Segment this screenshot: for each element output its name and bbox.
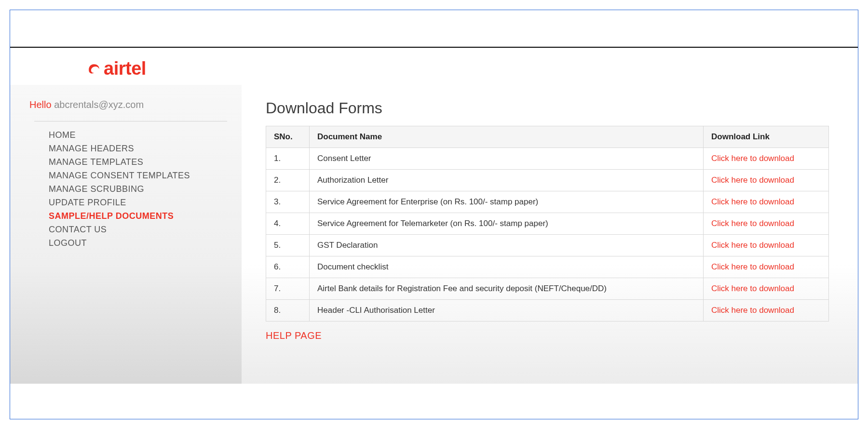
cell-sno: 3. [266,191,310,213]
table-row: 3.Service Agreement for Enterprise (on R… [266,191,829,213]
table-row: 7.Airtel Bank details for Registration F… [266,278,829,300]
sidebar: Hello abcrentals@xyz.com HOMEMANAGE HEAD… [10,85,242,384]
main-content: Download Forms SNo. Document Name Downlo… [242,85,858,384]
table-row: 2.Authorization LetterClick here to down… [266,170,829,191]
cell-download: Click here to download [704,256,829,278]
greeting: Hello abcrentals@xyz.com [29,99,242,110]
cell-sno: 8. [266,300,310,322]
sidebar-item-logout[interactable]: LOGOUT [49,238,242,248]
page-title: Download Forms [266,99,829,117]
cell-download: Click here to download [704,300,829,322]
cell-doc-name: Document checklist [310,256,704,278]
cell-sno: 1. [266,148,310,170]
sidebar-item-manage-headers[interactable]: MANAGE HEADERS [49,144,242,154]
cell-doc-name: Service Agreement for Telemarketer (on R… [310,213,704,235]
table-row: 1.Consent LetterClick here to download [266,148,829,170]
cell-doc-name: Consent Letter [310,148,704,170]
cell-download: Click here to download [704,235,829,256]
sidebar-item-home[interactable]: HOME [49,130,242,140]
sidebar-item-manage-scrubbing[interactable]: MANAGE SCRUBBING [49,184,242,194]
greeting-prefix: Hello [29,99,52,110]
sidebar-nav: HOMEMANAGE HEADERSMANAGE TEMPLATESMANAGE… [29,130,242,248]
cell-download: Click here to download [704,213,829,235]
brand-logo-text: airtel [104,58,146,79]
col-header-sno: SNo. [266,126,310,148]
download-link[interactable]: Click here to download [711,262,794,271]
cell-download: Click here to download [704,148,829,170]
cell-sno: 2. [266,170,310,191]
body-split: Hello abcrentals@xyz.com HOMEMANAGE HEAD… [10,85,858,384]
sidebar-item-manage-templates[interactable]: MANAGE TEMPLATES [49,157,242,167]
cell-doc-name: GST Declaration [310,235,704,256]
download-link[interactable]: Click here to download [711,197,794,206]
cell-doc-name: Service Agreement for Enterprise (on Rs.… [310,191,704,213]
cell-sno: 4. [266,213,310,235]
download-link[interactable]: Click here to download [711,154,794,163]
sidebar-item-contact-us[interactable]: CONTACT US [49,225,242,235]
cell-download: Click here to download [704,170,829,191]
table-row: 6.Document checklistClick here to downlo… [266,256,829,278]
cell-sno: 5. [266,235,310,256]
cell-doc-name: Authorization Letter [310,170,704,191]
table-row: 4.Service Agreement for Telemarketer (on… [266,213,829,235]
logo-row: airtel [10,48,858,85]
download-link[interactable]: Click here to download [711,219,794,228]
help-page-link[interactable]: HELP PAGE [266,330,322,341]
top-spacer [10,10,858,47]
download-link[interactable]: Click here to download [711,284,794,293]
app-frame: airtel Hello abcrentals@xyz.com HOMEMANA… [10,10,858,419]
download-link[interactable]: Click here to download [711,175,794,185]
download-link[interactable]: Click here to download [711,306,794,315]
sidebar-item-sample-help-documents[interactable]: SAMPLE/HELP DOCUMENTS [49,211,242,221]
table-row: 5.GST DeclarationClick here to download [266,235,829,256]
sidebar-item-update-profile[interactable]: UPDATE PROFILE [49,198,242,208]
download-link[interactable]: Click here to download [711,241,794,250]
cell-doc-name: Airtel Bank details for Registration Fee… [310,278,704,300]
col-header-download: Download Link [704,126,829,148]
brand-logo: airtel [87,58,858,79]
airtel-swirl-icon [87,62,101,76]
table-header-row: SNo. Document Name Download Link [266,126,829,148]
download-forms-table: SNo. Document Name Download Link 1.Conse… [266,126,829,322]
greeting-email: abcrentals@xyz.com [54,99,144,110]
cell-download: Click here to download [704,278,829,300]
cell-sno: 7. [266,278,310,300]
sidebar-divider [34,121,227,121]
sidebar-item-manage-consent-templates[interactable]: MANAGE CONSENT TEMPLATES [49,171,242,181]
table-row: 8.Header -CLI Authorisation LetterClick … [266,300,829,322]
cell-sno: 6. [266,256,310,278]
cell-doc-name: Header -CLI Authorisation Letter [310,300,704,322]
cell-download: Click here to download [704,191,829,213]
col-header-doc-name: Document Name [310,126,704,148]
